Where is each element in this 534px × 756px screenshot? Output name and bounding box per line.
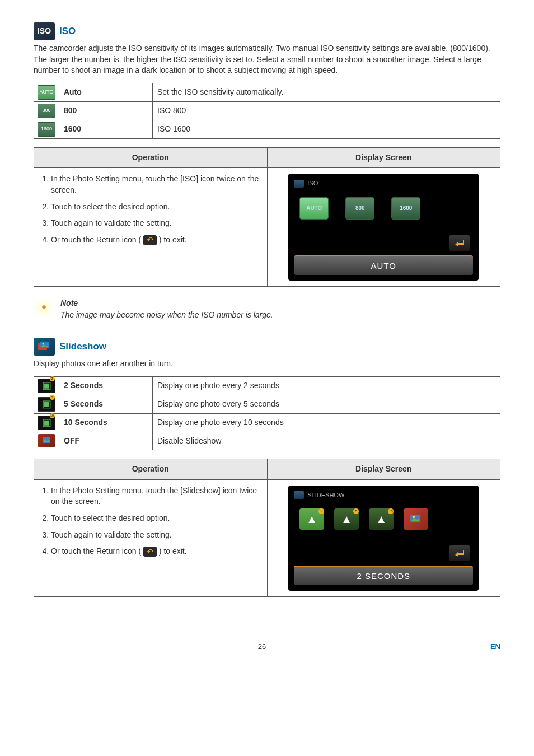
page-number: 26: [258, 642, 266, 652]
iso-title: ISO: [59, 25, 76, 38]
slideshow-off-icon: [38, 434, 55, 447]
svg-point-5: [413, 516, 415, 518]
display-screen-cell: ISO AUTO 800 1600 AUTO: [267, 168, 500, 286]
option-label: Auto: [59, 83, 153, 101]
iso-display-screen: ISO AUTO 800 1600 AUTO: [288, 174, 479, 280]
iso-buttons-row: AUTO 800 1600: [294, 193, 473, 224]
slideshow-screen-off-button[interactable]: [404, 508, 428, 530]
operation-header: Operation: [34, 459, 268, 480]
screen-title-bar: ISO: [294, 179, 473, 188]
screen-return-button[interactable]: [449, 545, 470, 561]
option-desc: Set the ISO sensitivity automatically.: [153, 83, 500, 101]
operation-step: Touch again to validate the setting.: [51, 218, 260, 229]
option-label: 1600: [59, 120, 153, 138]
slideshow-screen-2s-button[interactable]: ▲2: [299, 508, 324, 530]
return-arrow-icon: [453, 238, 466, 248]
screen-footer-bar: AUTO: [294, 255, 473, 275]
option-label: 5 Seconds: [59, 395, 153, 413]
operation-step: In the Photo Setting menu, touch the [IS…: [51, 174, 260, 195]
iso-1600-icon: 1600: [38, 122, 55, 137]
iso-icon: ISO: [34, 22, 55, 40]
slideshow-title: Slideshow: [59, 340, 106, 353]
option-label: 10 Seconds: [59, 413, 153, 432]
screen-return-button[interactable]: [449, 235, 470, 251]
slideshow-options-table: ▣2 2 Seconds Display one photo every 2 s…: [34, 376, 500, 451]
table-row: ▣5 5 Seconds Display one photo every 5 s…: [34, 395, 500, 413]
display-screen-header: Display Screen: [267, 459, 500, 480]
display-screen-header: Display Screen: [267, 147, 500, 168]
option-desc: Display one photo every 5 seconds: [153, 395, 500, 413]
slideshow-buttons-row: ▲2 ▲5 ▲10: [294, 504, 473, 534]
table-row: 800 800 ISO 800: [34, 101, 500, 120]
iso-screen-1600-button[interactable]: 1600: [391, 197, 420, 220]
iso-screen-800-button[interactable]: 800: [345, 197, 374, 220]
iso-screen-auto-button[interactable]: AUTO: [299, 197, 329, 220]
slideshow-10s-icon: ▣10: [38, 416, 55, 430]
slideshow-description: Display photos one after another in turn…: [34, 358, 500, 370]
option-label: 2 Seconds: [59, 376, 153, 395]
screen-title-icon: [294, 491, 304, 499]
slideshow-section-header: Slideshow: [34, 338, 500, 356]
slideshow-operation-table: Operation Display Screen In the Photo Se…: [34, 459, 500, 597]
screen-title-icon: [294, 180, 304, 188]
slideshow-screen-5s-button[interactable]: ▲5: [334, 508, 359, 530]
note-title: Note: [60, 298, 273, 309]
note-block: Note The image may become noisy when the…: [34, 298, 500, 321]
option-desc: Display one photo every 2 seconds: [153, 376, 500, 395]
option-desc: Display one photo every 10 seconds: [153, 413, 500, 432]
option-desc: ISO 1600: [153, 120, 500, 138]
language-label: EN: [490, 642, 500, 652]
option-label: OFF: [59, 432, 153, 450]
return-arrow-icon: [453, 548, 466, 558]
table-row: 1600 1600 ISO 1600: [34, 120, 500, 138]
option-desc: Disable Slideshow: [153, 432, 500, 450]
slideshow-2s-icon: ▣2: [38, 379, 55, 393]
note-text: The image may become noisy when the ISO …: [60, 310, 273, 321]
iso-auto-icon: AUTO: [38, 85, 55, 100]
screen-title: ISO: [307, 179, 318, 188]
table-row: ▣10 10 Seconds Display one photo every 1…: [34, 413, 500, 432]
operation-cell: In the Photo Setting menu, touch the [Sl…: [34, 479, 268, 596]
return-icon: [143, 235, 157, 245]
table-row: ▣2 2 Seconds Display one photo every 2 s…: [34, 376, 500, 395]
svg-rect-1: [40, 342, 49, 348]
operation-cell: In the Photo Setting menu, touch the [IS…: [34, 168, 268, 286]
operation-step: Touch to select the desired option.: [51, 202, 260, 213]
page-footer: 26 EN: [34, 642, 500, 652]
operation-step: Or touch the Return icon ( ) to exit.: [51, 235, 260, 246]
display-screen-cell: SLIDESHOW ▲2 ▲5 ▲10 2 SECONDS: [267, 479, 500, 596]
operation-step: Touch to select the desired option.: [51, 513, 260, 524]
screen-title: SLIDESHOW: [307, 491, 344, 500]
iso-section-header: ISO ISO: [34, 22, 500, 40]
slideshow-icon: [34, 338, 55, 356]
table-row: AUTO Auto Set the ISO sensitivity automa…: [34, 83, 500, 101]
option-desc: ISO 800: [153, 101, 500, 120]
slideshow-screen-10s-button[interactable]: ▲10: [369, 508, 394, 530]
iso-options-table: AUTO Auto Set the ISO sensitivity automa…: [34, 83, 500, 139]
note-icon: [34, 298, 54, 318]
option-label: 800: [59, 101, 153, 120]
iso-description: The camcorder adjusts the ISO sensitivit…: [34, 43, 500, 76]
return-icon: [143, 547, 157, 557]
svg-point-2: [43, 343, 44, 344]
operation-step: Or touch the Return icon ( ) to exit.: [51, 546, 260, 557]
slideshow-5s-icon: ▣5: [38, 397, 55, 412]
operation-step: Touch again to validate the setting.: [51, 530, 260, 541]
table-row: OFF Disable Slideshow: [34, 432, 500, 450]
slideshow-display-screen: SLIDESHOW ▲2 ▲5 ▲10 2 SECONDS: [288, 486, 479, 591]
iso-800-icon: 800: [38, 104, 55, 118]
iso-operation-table: Operation Display Screen In the Photo Se…: [34, 147, 500, 287]
screen-title-bar: SLIDESHOW: [294, 491, 473, 500]
operation-header: Operation: [34, 147, 268, 168]
screen-footer-bar: 2 SECONDS: [294, 566, 473, 585]
operation-step: In the Photo Setting menu, touch the [Sl…: [51, 486, 260, 507]
